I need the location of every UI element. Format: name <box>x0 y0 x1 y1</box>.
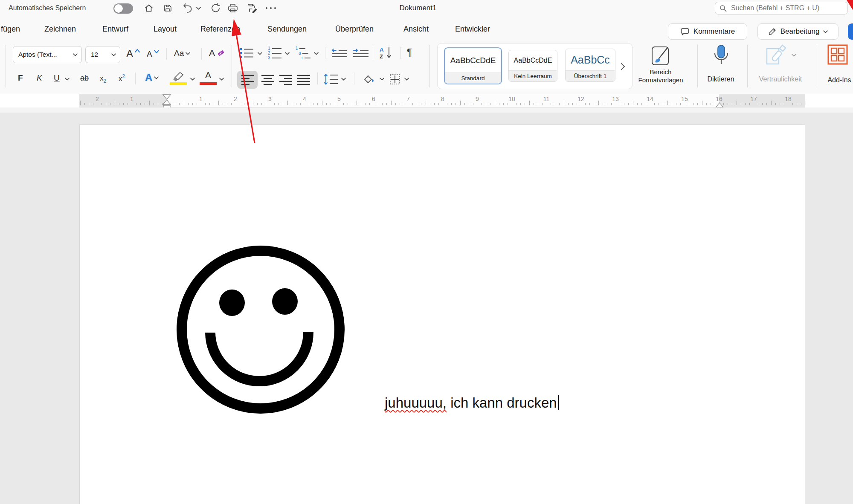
sensitivity-dropdown[interactable] <box>792 54 796 57</box>
bullet-list-dropdown[interactable] <box>258 52 262 55</box>
ruler-number: 1 <box>199 96 203 102</box>
bold-button[interactable]: F <box>18 73 23 83</box>
redo-button[interactable] <box>210 2 222 14</box>
multilevel-list-dropdown[interactable] <box>314 52 319 55</box>
align-left-button[interactable] <box>241 74 255 85</box>
style-card-standard[interactable]: AaBbCcDdE Standard <box>444 47 502 84</box>
ruler-tick <box>723 103 724 105</box>
italic-button[interactable]: K <box>37 73 42 83</box>
numbered-list-dropdown[interactable] <box>285 52 290 55</box>
font-color-button[interactable]: A <box>200 70 217 85</box>
underline-dropdown[interactable] <box>65 78 70 81</box>
bullet-list-button[interactable] <box>239 47 254 59</box>
document-page[interactable]: juhuuuuu, ich kann drucken <box>79 125 805 504</box>
tab-zeichnen[interactable]: Zeichnen <box>44 25 76 34</box>
ruler-band[interactable]: 21123456789101112131415161718 <box>79 94 805 107</box>
grow-font-button[interactable]: A <box>126 48 140 60</box>
ruler-tick <box>529 101 530 105</box>
underline-button[interactable]: U <box>54 73 60 83</box>
style-card-ueberschrift-1[interactable]: AaBbCc Überschrift 1 <box>565 49 615 82</box>
highlight-dropdown[interactable] <box>190 78 195 81</box>
search-input[interactable] <box>730 4 838 12</box>
shading-dropdown[interactable] <box>380 78 384 81</box>
pencil-icon <box>768 27 777 36</box>
numbered-list-button[interactable]: 1 2 3 <box>267 46 283 60</box>
divider <box>354 72 354 84</box>
text-effects-button[interactable]: A <box>145 72 159 84</box>
dictate-button[interactable] <box>711 44 731 68</box>
home-button[interactable] <box>143 3 154 14</box>
tab-referenzen[interactable]: Referenzen <box>200 25 240 34</box>
highlight-color-button[interactable] <box>170 71 188 85</box>
sensitivity-button[interactable] <box>765 44 787 68</box>
styles-pane-label-line1: Bereich <box>633 68 688 75</box>
tab-entwickler[interactable]: Entwickler <box>455 25 490 34</box>
borders-button[interactable] <box>389 73 401 85</box>
share-button-partial[interactable] <box>848 23 853 40</box>
tab-ansicht[interactable]: Ansicht <box>403 25 429 34</box>
style-card-kein-leerraum[interactable]: AaBbCcDdE Kein Leerraum <box>508 50 557 82</box>
line-spacing-button[interactable] <box>323 73 339 85</box>
change-case-button[interactable]: Aa <box>174 49 190 58</box>
align-right-button[interactable] <box>279 74 293 85</box>
ruler-tick <box>248 103 249 105</box>
tab-entwurf[interactable]: Entwurf <box>102 25 128 34</box>
document-text-line[interactable]: juhuuuuu, ich kann drucken <box>385 395 559 411</box>
clear-formatting-button[interactable]: A <box>209 48 224 58</box>
tab-layout[interactable]: Layout <box>154 25 177 34</box>
ruler-tick <box>335 103 335 105</box>
font-name-select[interactable]: Aptos (Text... <box>13 46 82 63</box>
undo-dropdown[interactable] <box>195 6 201 11</box>
word-window: Automatisches Speichern Dokument1 <box>0 0 853 504</box>
ruler-tick <box>568 103 569 105</box>
svg-text:3: 3 <box>268 55 270 60</box>
line-spacing-dropdown[interactable] <box>341 78 346 81</box>
addins-grid-icon <box>827 44 848 65</box>
ruler-tick <box>667 101 668 105</box>
ruler-tick <box>486 103 486 105</box>
ruler-tick <box>637 103 638 105</box>
increase-indent-button[interactable] <box>352 48 369 59</box>
toggle-knob <box>114 4 123 13</box>
tab-sendungen[interactable]: Sendungen <box>267 25 307 34</box>
sort-button[interactable]: A Z <box>379 46 396 60</box>
save-button[interactable] <box>162 3 173 14</box>
editing-mode-button[interactable]: Bearbeitung <box>757 23 838 40</box>
ruler-tick <box>89 103 89 105</box>
superscript-button[interactable]: x2 <box>119 73 125 83</box>
styles-more-chevron[interactable] <box>620 63 625 70</box>
search-field[interactable] <box>715 2 848 14</box>
more-commands-button[interactable] <box>264 3 277 13</box>
subscript-button[interactable]: x2 <box>100 74 106 84</box>
strikethrough-button[interactable]: ab <box>80 74 89 83</box>
smiley-image[interactable] <box>171 239 350 418</box>
svg-text:2: 2 <box>268 51 270 55</box>
autosave-toggle[interactable] <box>113 3 133 14</box>
multilevel-list-button[interactable]: 1 a i <box>295 46 312 60</box>
ruler-tick <box>154 103 154 105</box>
ruler-tick <box>184 101 184 105</box>
tab-einfuegen[interactable]: fügen <box>1 25 20 34</box>
styles-pane-button[interactable] <box>650 44 672 67</box>
borders-icon <box>389 73 401 85</box>
font-color-dropdown[interactable] <box>219 78 224 81</box>
font-size-select[interactable]: 12 <box>85 46 120 63</box>
comments-button[interactable]: Kommentare <box>668 23 747 40</box>
decrease-indent-button[interactable] <box>331 48 348 59</box>
svg-text:A: A <box>380 46 384 53</box>
shading-button[interactable] <box>362 73 376 85</box>
undo-button[interactable] <box>181 2 194 14</box>
align-center-button[interactable] <box>261 74 275 85</box>
justify-button[interactable] <box>297 74 310 85</box>
tab-ueberpruefen[interactable]: Überprüfen <box>335 25 374 34</box>
addins-button[interactable] <box>827 44 848 65</box>
ruler-tick <box>589 103 590 105</box>
show-paragraph-marks-button[interactable]: ¶ <box>407 47 412 58</box>
print-button[interactable] <box>226 2 239 14</box>
ruler-tick <box>145 103 145 105</box>
ruler-number: 7 <box>406 96 410 102</box>
shrink-font-button[interactable]: A <box>147 49 159 59</box>
borders-dropdown[interactable] <box>404 78 409 81</box>
save-as-button[interactable] <box>246 2 259 14</box>
align-center-icon <box>261 74 275 85</box>
